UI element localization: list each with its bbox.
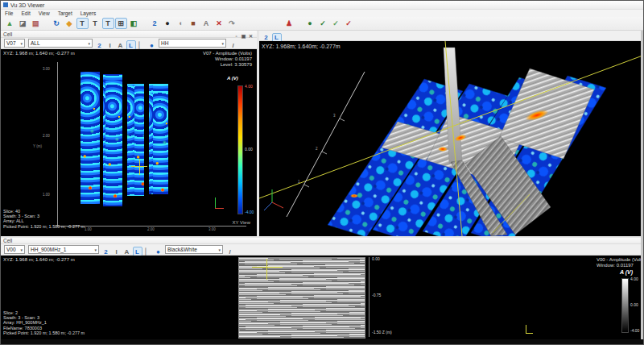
section-measure: /	[225, 243, 235, 257]
map-2d-icon[interactable]: 2	[149, 18, 161, 29]
pick-remove-icon[interactable]: ✓	[343, 18, 355, 29]
section-panel-header: Cell	[1, 238, 642, 244]
box-icon[interactable]: ■	[188, 18, 200, 29]
swath-strip-1[interactable]	[80, 72, 100, 204]
section-panel-title: Cell	[3, 238, 640, 243]
xy-overlay: V07 - Amplitude (Volts) Window: 0.01197 …	[203, 51, 252, 68]
delete-icon[interactable]: ✕	[213, 18, 225, 29]
x-tick-1: 1.00	[85, 227, 92, 231]
swath-strip-3[interactable]	[127, 84, 144, 196]
section-panel-toolbar: V00▾ HH_900MHz_1▾ 2IAL▏● Black&White▾ /	[1, 244, 642, 256]
section-triad-v	[526, 325, 526, 333]
xy-status-block: Slice: 40 Swath: 3 - Scan: 3 Array: ALL …	[3, 209, 85, 229]
xy-crosshair-v	[139, 159, 140, 175]
ruler-tick-3: 3	[333, 114, 336, 118]
xy-colorbar-title: A (V)	[227, 76, 238, 81]
open-image-icon[interactable]: ▲	[4, 18, 16, 29]
xy-viewport[interactable]: XYZ: 1.968 m; 1.640 m; -0.277 m V07 - Am…	[1, 49, 257, 236]
threed-cursor-readout: XYZ: 1.968m; 1.640m; -0.277m	[262, 44, 341, 49]
toolbar-gap	[42, 18, 50, 29]
threed-scene: 1 2 3	[259, 41, 642, 236]
section-crosshair-h	[252, 267, 283, 268]
side-view-icon[interactable]: T	[89, 18, 101, 29]
section-array-combo[interactable]: HH_900MHz_1▾	[28, 245, 99, 254]
triad-x-axis	[215, 208, 224, 209]
section-overlay-window: Window: 0.01197	[597, 263, 642, 268]
xy-array-combo-value: ALL	[31, 40, 40, 46]
z-axis	[369, 257, 369, 337]
app-window: Vu 3D Viewer File Edit View Target Layer…	[0, 0, 644, 345]
radargram-image[interactable]	[238, 257, 365, 339]
section-array-combo-value: HH_900MHz_1	[31, 247, 66, 252]
menu-item-file[interactable]: File	[1, 10, 17, 16]
xy-view-combo[interactable]: V07▾	[4, 39, 25, 48]
triad-y-axis	[215, 197, 216, 208]
pick-all-icon[interactable]: ✓	[330, 18, 342, 29]
z-tick-3: -1.50 Z (m)	[372, 330, 392, 335]
eraser-icon[interactable]: ◖	[175, 18, 187, 29]
xy-array-combo[interactable]: ALL▾	[28, 39, 93, 48]
x-tick-3: 3.00	[208, 227, 216, 231]
xy-measure: /	[228, 36, 238, 51]
xy-overlay-channel: V07 - Amplitude (Volts)	[203, 51, 252, 56]
xy-mode-combo-value: HH	[161, 40, 168, 46]
section-overlay-channel: V00 - Amplitude (Volts)	[597, 257, 642, 263]
refresh-icon[interactable]: ↻	[51, 18, 63, 29]
xy-mode-combo[interactable]: HH▾	[159, 39, 226, 48]
layers-icon[interactable]: ◧	[128, 18, 140, 29]
section-triad-h	[526, 333, 533, 334]
xy-panel-toolbar: V07▾ ALL▾ 2IAL▏● HH▾ /	[1, 38, 257, 49]
xy-toolbar-icons: 2IAL▏●	[94, 36, 157, 51]
float-icon[interactable]: ▣	[240, 33, 247, 39]
section-colorbar	[621, 278, 629, 333]
top-view-icon[interactable]: T	[76, 18, 89, 29]
close-icon[interactable]: ✕	[247, 33, 254, 39]
menu-item-layers[interactable]: Layers	[76, 10, 101, 16]
swath-strip-2[interactable]	[103, 74, 122, 206]
menu-item-edit[interactable]: Edit	[17, 10, 34, 16]
person-icon[interactable]: ♟	[283, 18, 295, 29]
z-tick-1: 0.00	[372, 256, 380, 261]
section-overlay: V00 - Amplitude (Volts) Window: 0.01197	[597, 257, 642, 268]
xy-colorbar-min: -4.00	[245, 210, 254, 214]
menu-item-view[interactable]: View	[35, 10, 54, 16]
window-footer	[1, 339, 643, 344]
ruler-tick-2: 2	[316, 147, 318, 151]
y-tick-3: 1.00	[43, 193, 50, 197]
section-panel: Cell V00▾ HH_900MHz_1▾ 2IAL▏● Black&Whit…	[1, 238, 642, 341]
sphere-icon[interactable]: ●	[162, 18, 174, 29]
xy-view-label: XY View	[233, 220, 250, 226]
section-view-combo[interactable]: V00▾	[4, 245, 25, 254]
y-tick-1: 3.00	[43, 67, 50, 71]
front-view-icon[interactable]: T	[102, 18, 114, 29]
xy-overlay-level: Level: 3.30579	[203, 62, 252, 68]
y-tick-2: 2.00	[43, 134, 50, 138]
section-colorbar-min: -4.00	[630, 328, 639, 333]
section-colorbar-mid: 0.00	[630, 302, 638, 307]
xy-cursor-readout: XYZ: 1.968 m; 1.640 m; -0.277 m	[3, 51, 75, 56]
x-axis	[57, 226, 246, 227]
section-viewport[interactable]: XYZ: 1.968 m; 1.640 m; -0.277 m 0.00 -0.…	[1, 256, 642, 341]
table-view-icon[interactable]: ⊞	[115, 18, 127, 29]
toolbar-gap	[140, 18, 148, 29]
xy-colorbar-mid: 0.00	[245, 147, 253, 152]
title-bar: Vu 3D Viewer	[1, 1, 643, 10]
diamond-icon[interactable]: ◆	[64, 18, 76, 29]
annotate-icon[interactable]: A	[200, 18, 213, 29]
threed-panel-toolbar: 2L	[259, 31, 642, 41]
section-colorbar-title: A (V)	[620, 269, 633, 275]
main-toolbar: ▲◪▤↻◆TTT⊞◧2●◖■A✕↷♟●✓✓✓	[1, 17, 643, 31]
snapshot-icon[interactable]: ◪	[17, 18, 29, 29]
section-palette-combo-value: Black&White	[167, 247, 197, 252]
globe-icon[interactable]: ●	[304, 18, 316, 29]
print-icon[interactable]: ▤	[30, 18, 42, 29]
swath-strip-4[interactable]	[149, 84, 168, 194]
y-axis	[57, 62, 58, 226]
section-status-picked-point: Picked Point: 1.920 m; 1.580 m; -0.277 m	[3, 330, 85, 335]
pick-check-icon[interactable]: ✓	[317, 18, 329, 29]
threed-viewport[interactable]: 1 2 3 XYZ: 1.968m; 1.640m; -0.277m	[259, 41, 642, 236]
menu-item-target[interactable]: Target	[54, 10, 76, 16]
section-palette-combo[interactable]: Black&White▾	[165, 245, 223, 254]
menu-bar: File Edit View Target Layers	[1, 10, 643, 17]
toolbar-gap	[295, 18, 303, 29]
